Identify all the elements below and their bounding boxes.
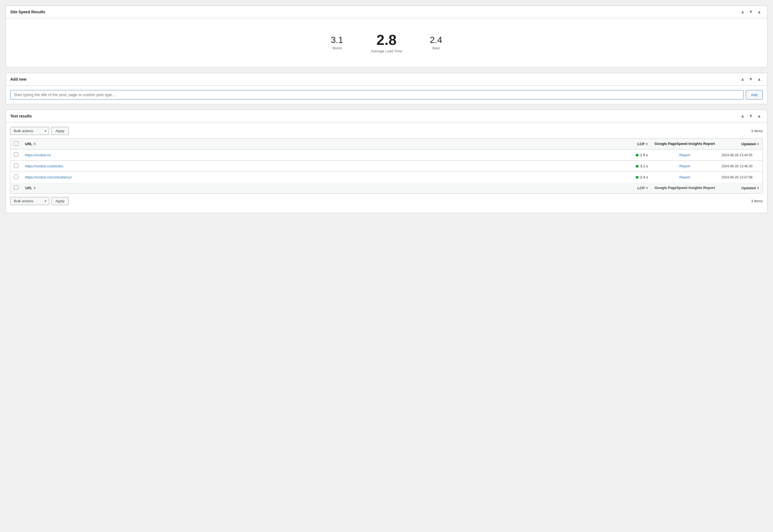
tfoot-updated-label: Updated [741,186,756,190]
tfoot-lcp-sort[interactable] [646,187,648,189]
add-new-panel: Add new ▲ ▼ ▲ Add [6,73,767,104]
apply-button-bottom[interactable]: Apply [51,197,69,205]
tfoot-checkbox [11,183,22,194]
add-new-controls: ▲ ▼ ▲ [739,76,763,82]
avg-stat: 2.8 Average Load Time [371,32,402,53]
row-checkbox-cell [11,172,22,183]
add-new-down-button[interactable]: ▼ [747,76,754,82]
th-url: URL [22,139,624,150]
row-checkbox-cell [11,150,22,161]
tfoot-report-inner: Google PageSpeed Insights Report [655,186,715,190]
bulk-bar-bottom: Bulk actions ▾ Apply 3 items [10,197,763,205]
speed-stats: 3.1 Worst 2.8 Average Load Time 2.4 Best [10,24,763,62]
panel-up-button[interactable]: ▲ [739,9,746,15]
lcp-cell-inner: 2.9 s [627,153,648,157]
panel-controls: ▲ ▼ ▲ [739,9,763,15]
tfoot-updated: Updated [718,183,763,194]
row-updated-cell: 2024-06-26 13:46:30 [718,161,763,172]
lcp-green-dot [636,165,639,168]
add-button[interactable]: Add [746,90,763,99]
row-report-cell: Report [651,172,718,183]
test-results-controls: ▲ ▼ ▲ [739,113,763,119]
avg-label: Average Load Time [371,49,402,53]
site-speed-title: Site Speed Results [10,10,45,14]
lcp-value: 2.4 s [640,175,648,179]
tfoot-url-label: URL [25,186,32,190]
worst-value: 3.1 [331,35,343,45]
test-results-expand-button[interactable]: ▲ [756,113,763,119]
tfoot-report-label: Google PageSpeed Insights Report [655,186,715,190]
items-count-top: 3 items [751,129,763,133]
lcp-cell-inner: 2.4 s [627,175,648,179]
table-header-row: URL LCP [11,139,763,150]
tfoot-report: Google PageSpeed Insights Report [651,183,718,194]
tfoot-lcp-inner: LCP [627,186,648,190]
th-updated-inner: Updated [722,142,759,146]
row-checkbox[interactable] [14,163,18,168]
apply-button-top[interactable]: Apply [51,127,69,135]
post-search-input[interactable] [10,90,744,99]
url-sort-icon[interactable] [34,143,36,145]
updated-value: 2024-06-26 13:44:55 [722,153,752,157]
row-checkbox[interactable] [14,175,18,179]
th-checkbox [11,139,22,150]
test-results-panel: Test results ▲ ▼ ▲ Bulk actions ▾ Apply … [6,110,767,213]
select-all-checkbox[interactable] [14,141,18,146]
best-label: Best [430,46,442,50]
row-report-cell: Report [651,150,718,161]
add-new-header: Add new ▲ ▼ ▲ [6,73,767,86]
th-lcp: LCP [624,139,651,150]
tfoot-url-sort[interactable] [34,187,36,189]
add-new-up-button[interactable]: ▲ [739,76,746,82]
tfoot-lcp: LCP [624,183,651,194]
panel-expand-button[interactable]: ▲ [756,9,763,15]
add-new-body: Add [6,86,767,104]
report-link[interactable]: Report [655,175,715,179]
report-link[interactable]: Report [655,153,715,157]
tfoot-url-inner: URL [25,186,620,190]
th-lcp-inner: LCP [627,142,648,146]
test-results-up-button[interactable]: ▲ [739,113,746,119]
th-updated: Updated [718,139,763,150]
table-footer-row: URL LCP [11,183,763,194]
avg-value: 2.8 [371,32,402,48]
bulk-bar-top: Bulk actions ▾ Apply 3 items [10,127,763,135]
site-speed-body: 3.1 Worst 2.8 Average Load Time 2.4 Best [6,18,767,67]
table-row: https://runbot.co/consultancy/ 2.4 s Rep… [11,172,763,183]
lcp-sort-icon[interactable] [646,143,648,145]
test-results-down-button[interactable]: ▼ [747,113,754,119]
panel-down-button[interactable]: ▼ [747,9,754,15]
updated-value: 2024-06-26 13:46:30 [722,164,752,168]
site-speed-header: Site Speed Results ▲ ▼ ▲ [6,6,767,18]
bulk-left-bottom: Bulk actions ▾ Apply [10,197,69,205]
report-link[interactable]: Report [655,164,715,168]
test-results-header: Test results ▲ ▼ ▲ [6,110,767,122]
select-all-checkbox-bottom[interactable] [14,185,18,190]
updated-sort-icon[interactable] [757,143,759,145]
th-report-label: Google PageSpeed Insights Report [655,142,715,146]
lcp-cell-inner: 3.1 s [627,164,648,168]
th-url-inner: URL [25,142,620,146]
tfoot-lcp-label: LCP [637,186,645,190]
row-checkbox-cell [11,161,22,172]
th-updated-label: Updated [741,142,756,146]
row-url-link[interactable]: https://runbot.co [25,153,51,157]
row-url-link[interactable]: https://runbot.co/articles [25,164,63,168]
test-results-title: Test results [10,114,32,118]
lcp-green-dot [636,154,639,157]
bulk-actions-select-top[interactable]: Bulk actions [10,127,49,135]
tfoot-url: URL [22,183,624,194]
table-body: https://runbot.co 2.9 s Report 2024-06-2… [11,150,763,183]
bulk-actions-select-bottom[interactable]: Bulk actions [10,197,49,205]
updated-value: 2024-06-26 13:47:08 [722,175,752,179]
row-url-cell: https://runbot.co/consultancy/ [22,172,624,183]
row-url-cell: https://runbot.co/articles [22,161,624,172]
bulk-select-wrap-bottom: Bulk actions ▾ [10,197,49,205]
lcp-value: 3.1 s [640,164,648,168]
results-table: URL LCP [10,138,763,194]
row-url-link[interactable]: https://runbot.co/consultancy/ [25,175,72,179]
tfoot-updated-sort[interactable] [757,187,759,189]
row-checkbox[interactable] [14,152,18,157]
add-new-expand-button[interactable]: ▲ [756,76,763,82]
bulk-select-wrap-top: Bulk actions ▾ [10,127,49,135]
